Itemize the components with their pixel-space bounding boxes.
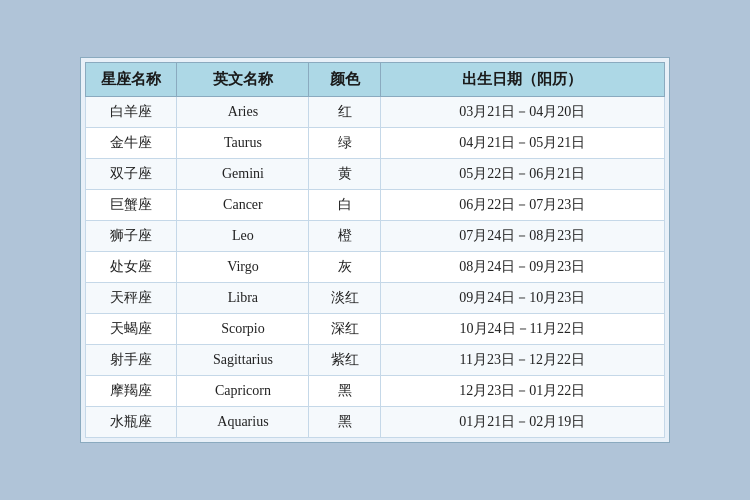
table-row: 金牛座Taurus绿04月21日－05月21日 (86, 128, 665, 159)
cell-date: 09月24日－10月23日 (380, 283, 664, 314)
cell-en: Aquarius (177, 407, 309, 438)
cell-color: 橙 (309, 221, 380, 252)
cell-zh: 摩羯座 (86, 376, 177, 407)
cell-en: Sagittarius (177, 345, 309, 376)
cell-zh: 巨蟹座 (86, 190, 177, 221)
cell-date: 05月22日－06月21日 (380, 159, 664, 190)
cell-en: Scorpio (177, 314, 309, 345)
cell-date: 01月21日－02月19日 (380, 407, 664, 438)
cell-color: 黑 (309, 376, 380, 407)
table-row: 天蝎座Scorpio深红10月24日－11月22日 (86, 314, 665, 345)
cell-date: 12月23日－01月22日 (380, 376, 664, 407)
cell-date: 03月21日－04月20日 (380, 97, 664, 128)
cell-zh: 水瓶座 (86, 407, 177, 438)
cell-zh: 天秤座 (86, 283, 177, 314)
cell-zh: 白羊座 (86, 97, 177, 128)
header-date: 出生日期（阳历） (380, 63, 664, 97)
cell-date: 10月24日－11月22日 (380, 314, 664, 345)
cell-en: Cancer (177, 190, 309, 221)
cell-date: 04月21日－05月21日 (380, 128, 664, 159)
cell-en: Taurus (177, 128, 309, 159)
cell-en: Aries (177, 97, 309, 128)
cell-date: 11月23日－12月22日 (380, 345, 664, 376)
header-row: 星座名称 英文名称 颜色 出生日期（阳历） (86, 63, 665, 97)
cell-en: Virgo (177, 252, 309, 283)
cell-color: 黄 (309, 159, 380, 190)
table-row: 射手座Sagittarius紫红11月23日－12月22日 (86, 345, 665, 376)
cell-zh: 金牛座 (86, 128, 177, 159)
table-row: 狮子座Leo橙07月24日－08月23日 (86, 221, 665, 252)
table-container: 星座名称 英文名称 颜色 出生日期（阳历） 白羊座Aries红03月21日－04… (80, 57, 670, 443)
table-row: 巨蟹座Cancer白06月22日－07月23日 (86, 190, 665, 221)
header-zh: 星座名称 (86, 63, 177, 97)
cell-date: 07月24日－08月23日 (380, 221, 664, 252)
header-en: 英文名称 (177, 63, 309, 97)
table-row: 水瓶座Aquarius黑01月21日－02月19日 (86, 407, 665, 438)
table-row: 白羊座Aries红03月21日－04月20日 (86, 97, 665, 128)
cell-zh: 处女座 (86, 252, 177, 283)
cell-zh: 狮子座 (86, 221, 177, 252)
cell-zh: 射手座 (86, 345, 177, 376)
cell-date: 08月24日－09月23日 (380, 252, 664, 283)
cell-en: Libra (177, 283, 309, 314)
table-row: 双子座Gemini黄05月22日－06月21日 (86, 159, 665, 190)
cell-color: 绿 (309, 128, 380, 159)
cell-color: 黑 (309, 407, 380, 438)
cell-en: Capricorn (177, 376, 309, 407)
cell-color: 深红 (309, 314, 380, 345)
table-row: 处女座Virgo灰08月24日－09月23日 (86, 252, 665, 283)
cell-color: 白 (309, 190, 380, 221)
cell-en: Leo (177, 221, 309, 252)
cell-color: 淡红 (309, 283, 380, 314)
cell-color: 红 (309, 97, 380, 128)
header-color: 颜色 (309, 63, 380, 97)
table-row: 天秤座Libra淡红09月24日－10月23日 (86, 283, 665, 314)
table-row: 摩羯座Capricorn黑12月23日－01月22日 (86, 376, 665, 407)
cell-color: 紫红 (309, 345, 380, 376)
cell-date: 06月22日－07月23日 (380, 190, 664, 221)
cell-en: Gemini (177, 159, 309, 190)
cell-color: 灰 (309, 252, 380, 283)
cell-zh: 双子座 (86, 159, 177, 190)
cell-zh: 天蝎座 (86, 314, 177, 345)
zodiac-table: 星座名称 英文名称 颜色 出生日期（阳历） 白羊座Aries红03月21日－04… (85, 62, 665, 438)
